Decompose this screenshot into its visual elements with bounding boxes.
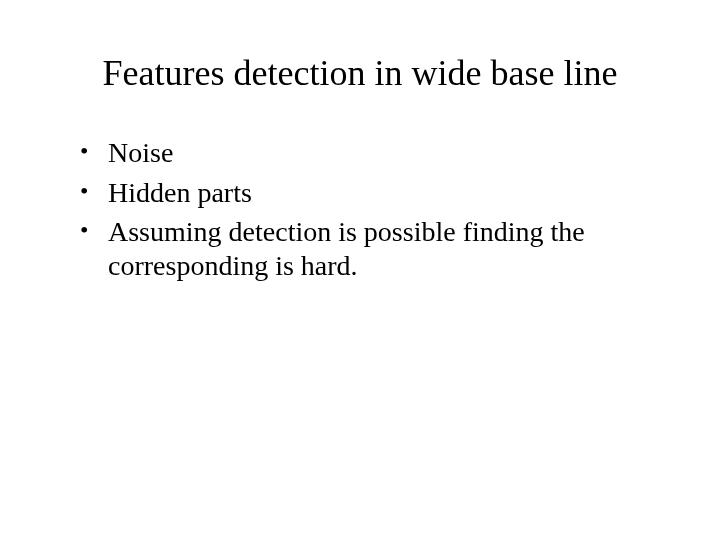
slide-title: Features detection in wide base line — [50, 52, 670, 94]
list-item: Noise — [80, 136, 670, 170]
bullet-list: Noise Hidden parts Assuming detection is… — [80, 136, 670, 288]
slide: Features detection in wide base line Noi… — [0, 0, 720, 540]
list-item: Assuming detection is possible finding t… — [80, 215, 670, 282]
list-item: Hidden parts — [80, 176, 670, 210]
